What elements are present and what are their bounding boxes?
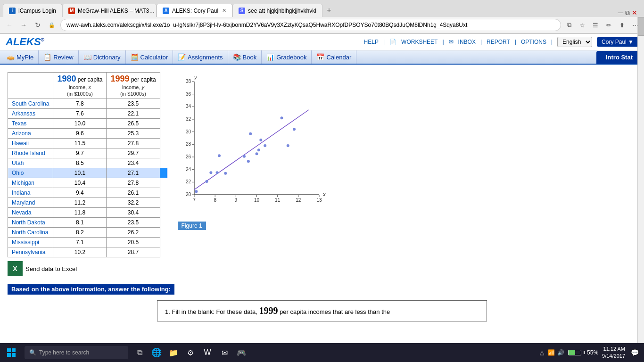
- tab-icampus[interactable]: i iCampus Login: [3, 4, 62, 17]
- pen-icon[interactable]: ✏: [603, 20, 614, 30]
- report-link[interactable]: REPORT: [487, 39, 510, 45]
- indicator-cell: [160, 218, 168, 228]
- svg-text:28: 28: [185, 141, 191, 147]
- svg-point-54: [259, 139, 262, 141]
- table-row: Mississippi7.120.5: [8, 238, 168, 247]
- nav-bar: 🥧 MyPie 📋 Review 📖 Dictionary 🧮 Calculat…: [0, 50, 644, 65]
- svg-point-39: [209, 171, 212, 174]
- year-1999-header: 1999 per capita income, y (in $1000s): [107, 73, 160, 99]
- aleks-logo-text: ALEKS: [6, 36, 41, 48]
- nav-dictionary[interactable]: 📖 Dictionary: [79, 50, 126, 64]
- nav-dictionary-label: Dictionary: [93, 54, 121, 61]
- review-icon: 📋: [43, 53, 51, 61]
- scrollbar-thumb[interactable]: [638, 17, 644, 36]
- svg-point-49: [280, 116, 283, 119]
- tab-aleks[interactable]: A ALEKS: Cory Paul ✕: [157, 4, 232, 17]
- question-end: per capita incomes that are less than th…: [280, 308, 390, 315]
- svg-text:12: 12: [296, 197, 301, 203]
- tab-label-see: see att hjgkjhblhgkjjhvkhvkl: [248, 8, 316, 14]
- state-cell: Texas: [8, 119, 53, 129]
- y-cell: 32.2: [107, 198, 160, 208]
- restore-button[interactable]: ⧉: [625, 9, 630, 17]
- indicator-cell: [160, 198, 168, 208]
- gradebook-icon: 📊: [266, 53, 274, 61]
- svg-point-44: [249, 132, 252, 135]
- excel-button[interactable]: X Send data to Excel: [8, 261, 168, 276]
- svg-text:9: 9: [234, 197, 237, 203]
- worksheet-link[interactable]: WORKSHEET: [401, 39, 438, 45]
- forward-button[interactable]: →: [18, 19, 29, 31]
- window-controls: ─ ⧉ ✕: [614, 8, 641, 17]
- nav-book[interactable]: 📚 Book: [228, 50, 262, 64]
- tab-label-icampus: iCampus Login: [18, 8, 56, 14]
- indicator-cell: [160, 238, 168, 247]
- star-icon[interactable]: ☆: [577, 20, 587, 30]
- instruction-text: Based on the above information, answer t…: [8, 284, 174, 295]
- menu-icon[interactable]: ☰: [590, 20, 601, 30]
- svg-text:y: y: [194, 74, 198, 80]
- x-cell: 9.4: [53, 188, 107, 198]
- svg-text:32: 32: [185, 116, 191, 122]
- back-button[interactable]: ←: [4, 19, 15, 31]
- table-row: Texas10.026.5: [8, 119, 168, 129]
- x-cell: 9.6: [53, 129, 107, 139]
- x-cell: 11.2: [53, 198, 107, 208]
- nav-book-label: Book: [243, 54, 257, 61]
- x-cell: 10.4: [53, 178, 107, 188]
- indicator-cell: [160, 228, 168, 238]
- share-icon[interactable]: ⬆: [617, 20, 627, 30]
- separator3: |: [480, 39, 482, 45]
- user-label[interactable]: Cory Paul ▼: [597, 37, 638, 47]
- inbox-link[interactable]: INBOX: [458, 39, 476, 45]
- state-cell: Nevada: [8, 208, 53, 218]
- nav-calendar[interactable]: 📅 Calendar: [312, 50, 356, 64]
- x-cell: 10.1: [53, 168, 107, 178]
- svg-point-53: [195, 190, 198, 193]
- assignments-icon: 📝: [178, 53, 186, 61]
- svg-text:34: 34: [185, 104, 191, 109]
- language-select[interactable]: English: [557, 37, 592, 47]
- state-cell: Ohio: [8, 168, 53, 178]
- tab-favicon-aleks: A: [163, 8, 169, 14]
- options-link[interactable]: OPTIONS: [521, 39, 546, 45]
- x-cell: 7.1: [53, 238, 107, 247]
- nav-review[interactable]: 📋 Review: [39, 50, 79, 64]
- svg-point-40: [205, 180, 208, 183]
- reload-button[interactable]: ↻: [32, 19, 43, 31]
- x-cell: 11.8: [53, 208, 107, 218]
- nav-calculator-label: Calculator: [140, 54, 168, 61]
- tab-label-mcgraw: McGraw-Hill ALEKS – MAT3…: [78, 8, 155, 14]
- state-cell: Mississippi: [8, 238, 53, 247]
- tab-see[interactable]: S see att hjgkjhblhgkjjhvkhvkl: [232, 4, 322, 17]
- indicator-cell: [160, 99, 168, 109]
- worksheet-icon: 📄: [389, 39, 396, 45]
- minimize-button[interactable]: ─: [618, 8, 623, 17]
- nav-gradebook[interactable]: 📊 Gradebook: [262, 50, 312, 64]
- browser-chrome: i iCampus Login M McGraw-Hill ALEKS – MA…: [0, 0, 644, 34]
- svg-text:13: 13: [316, 197, 322, 203]
- close-window-button[interactable]: ✕: [632, 9, 637, 16]
- svg-text:30: 30: [185, 129, 191, 134]
- nav-mypie[interactable]: 🥧 MyPie: [2, 50, 39, 64]
- state-cell: Rhode Island: [8, 148, 53, 158]
- address-input[interactable]: [60, 19, 561, 31]
- per-capita-1999: per capita: [131, 76, 156, 83]
- y-cell: 26.1: [107, 188, 160, 198]
- svg-text:x: x: [322, 191, 326, 197]
- help-link[interactable]: HELP: [364, 39, 379, 45]
- indicator-cell: [160, 247, 168, 257]
- data-table: 1980 per capita income, x (in $1000s) 19…: [8, 72, 168, 257]
- scrollbar[interactable]: [637, 17, 644, 329]
- new-tab-button[interactable]: +: [322, 4, 336, 17]
- table-row: Maryland11.232.2: [8, 198, 168, 208]
- tab-close-aleks[interactable]: ✕: [222, 8, 226, 14]
- x-cell: 7.6: [53, 109, 107, 119]
- indicator-cell: [160, 158, 168, 168]
- nav-calculator[interactable]: 🧮 Calculator: [126, 50, 173, 64]
- nav-assignments[interactable]: 📝 Assignments: [173, 50, 228, 64]
- table-row: North Dakota8.123.5: [8, 218, 168, 228]
- table-row: Indiana9.426.1: [8, 188, 168, 198]
- tab-mcgraw[interactable]: M McGraw-Hill ALEKS – MAT3…: [62, 4, 157, 17]
- calculator-icon: 🧮: [131, 53, 139, 61]
- tabs-icon[interactable]: ⧉: [564, 20, 574, 30]
